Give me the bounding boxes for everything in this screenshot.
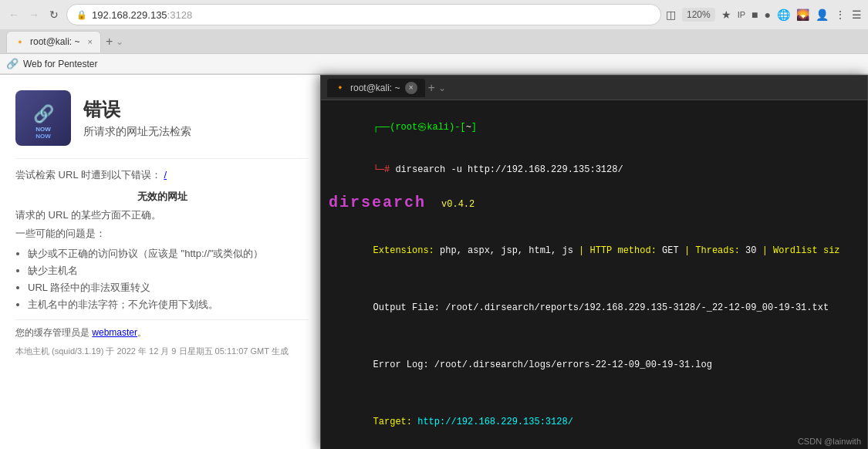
user-icon[interactable]: 👤 bbox=[816, 8, 829, 21]
bookmark-bar: 🔗 Web for Pentester bbox=[0, 54, 868, 74]
footer-meta: 本地主机 (squid/3.1.19) 于 2022 年 12 月 9 日星期五… bbox=[15, 346, 309, 357]
page-content: 🔗 NOW 错误 所请求的网址无法检索 尝试检索 URL 时遭到以下错误： / … bbox=[0, 75, 324, 449]
dirsearch-art-line: dirsearch v0.4.2 bbox=[329, 195, 860, 211]
terminal-blank-5 bbox=[329, 444, 860, 449]
terminal-blank-1 bbox=[329, 215, 860, 229]
dirsearch-version: v0.4.2 bbox=[441, 199, 475, 210]
csdn-watermark: CSDN @lainwith bbox=[798, 437, 861, 446]
terminal-extensions: Extensions: php, aspx, jsp, html, js | H… bbox=[329, 230, 860, 272]
tab-close-button[interactable]: × bbox=[88, 37, 93, 46]
terminal-body[interactable]: ┌──(root㉿kali)-[~] └─# dirsearch -u http… bbox=[321, 100, 867, 449]
lock-icon: 🔒 bbox=[76, 10, 87, 20]
extensions-icon[interactable]: ◫ bbox=[666, 8, 676, 21]
ext-sep2: | Threads: bbox=[679, 245, 745, 256]
dirsearch-art: dirsearch bbox=[329, 195, 426, 211]
issue-2: 缺少主机名 bbox=[28, 264, 309, 278]
issues-list: 缺少或不正确的访问协议（应该是 "http://"或类似的） 缺少主机名 URL… bbox=[28, 247, 309, 312]
refresh-button[interactable]: ↻ bbox=[46, 7, 62, 22]
terminal-window: 🔸 root@kali: ~ × + ⌄ ┌──(root㉿kali)-[~] … bbox=[320, 75, 868, 449]
section-title: 无效的网址 bbox=[15, 190, 309, 204]
footer-text: 您的缓存管理员是 webmaster。 bbox=[15, 319, 309, 339]
active-tab[interactable]: 🔸 root@kali: ~ × bbox=[6, 31, 101, 52]
prompt-bracket-close: )-[ bbox=[449, 122, 466, 133]
ip-label: IP bbox=[738, 10, 745, 19]
terminal-output-file: Output File: /root/.dirsearch/reports/19… bbox=[329, 287, 860, 329]
menu-icon[interactable]: ☰ bbox=[852, 8, 862, 21]
translate-icon[interactable]: 🌐 bbox=[777, 8, 790, 21]
browser-toolbar: ← → ↻ 🔒 192.168.229.135:3128 ◫ 120% ★ IP… bbox=[0, 0, 868, 29]
terminal-titlebar: 🔸 root@kali: ~ × + ⌄ bbox=[321, 76, 867, 100]
terminal-blank-4 bbox=[329, 387, 860, 400]
prompt-dir: ~ bbox=[466, 122, 471, 133]
webmaster-link[interactable]: webmaster bbox=[92, 327, 137, 338]
url-display: 192.168.229.135:3128 bbox=[92, 9, 192, 21]
main-area: 🔗 NOW 错误 所请求的网址无法检索 尝试检索 URL 时遭到以下错误： / … bbox=[0, 75, 868, 449]
tab-title: root@kali: ~ bbox=[30, 36, 80, 47]
target-value: http://192.168.229.135:3128/ bbox=[417, 417, 573, 427]
terminal-blank-3 bbox=[329, 329, 860, 343]
url-main: 192.168.229.135 bbox=[92, 9, 167, 21]
prompt-user: root㉿kali bbox=[395, 122, 449, 133]
more-icon[interactable]: ⋮ bbox=[835, 8, 846, 21]
issues-header: 一些可能的问题是： bbox=[15, 227, 309, 241]
shield-icon[interactable]: ■ bbox=[751, 8, 758, 21]
ext-threads: 30 bbox=[745, 245, 756, 256]
terminal-close-button[interactable]: × bbox=[405, 82, 417, 94]
terminal-tab[interactable]: 🔸 root@kali: ~ × bbox=[327, 79, 425, 97]
forward-button[interactable]: → bbox=[26, 7, 42, 22]
terminal-cmd-1: └─# dirsearch -u http://192.168.229.135:… bbox=[329, 149, 860, 191]
webmaster-suffix: 。 bbox=[137, 327, 147, 338]
back-button[interactable]: ← bbox=[6, 7, 22, 22]
terminal-new-tab-button[interactable]: + bbox=[428, 81, 435, 95]
terminal-prompt-1: ┌──(root㉿kali)-[~] bbox=[329, 106, 860, 148]
error-detail: 请求的 URL 的某些方面不正确。 bbox=[15, 208, 309, 222]
issue-1: 缺少或不正确的访问协议（应该是 "http://"或类似的） bbox=[28, 247, 309, 261]
color-icon[interactable]: 🌄 bbox=[796, 8, 809, 21]
terminal-tab-icon: 🔸 bbox=[335, 83, 346, 93]
error-header: 🔗 NOW 错误 所请求的网址无法检索 bbox=[15, 90, 309, 146]
ext-sep3: | Wordlist siz bbox=[757, 245, 840, 256]
error-desc: 尝试检索 URL 时遭到以下错误： / bbox=[15, 168, 309, 182]
bookmark-favicon: 🔗 bbox=[6, 58, 19, 69]
issue-4: 主机名中的非法字符；不允许使用下划线。 bbox=[28, 298, 309, 312]
ext-method: GET bbox=[662, 245, 679, 256]
terminal-chevron: ⌄ bbox=[438, 83, 446, 93]
error-subtitle: 所请求的网址无法检索 bbox=[83, 125, 191, 139]
terminal-blank-2 bbox=[329, 272, 860, 286]
error-title: 错误 bbox=[83, 97, 191, 122]
address-bar[interactable]: 🔒 192.168.229.135:3128 bbox=[66, 4, 661, 25]
terminal-target: Target: http://192.168.229.135:3128/ bbox=[329, 401, 860, 443]
zoom-indicator: 120% bbox=[682, 8, 715, 22]
divider-1 bbox=[15, 158, 309, 159]
outfile-label: Output File: /root/.dirsearch/reports/19… bbox=[373, 302, 829, 313]
browser-tabs: 🔸 root@kali: ~ × + ⌄ bbox=[0, 29, 868, 54]
terminal-tab-title: root@kali: ~ bbox=[350, 83, 400, 93]
ext-value: php, aspx, jsp, html, js bbox=[440, 245, 573, 256]
tab-chevron: ⌄ bbox=[116, 36, 123, 47]
prompt-arrow: └─# bbox=[373, 164, 396, 175]
toolbar-right-icons: ◫ 120% ★ IP ■ ● 🌐 🌄 👤 ⋮ ☰ bbox=[666, 8, 862, 22]
error-desc-text: 尝试检索 URL 时遭到以下错误： bbox=[15, 169, 161, 181]
ext-label: Extensions: bbox=[373, 245, 440, 256]
bookmark-pentester[interactable]: Web for Pentester bbox=[23, 59, 98, 69]
tab-favicon: 🔸 bbox=[15, 37, 25, 47]
issue-3: URL 路径中的非法双重转义 bbox=[28, 281, 309, 295]
url-port: :3128 bbox=[167, 9, 193, 21]
record-icon[interactable]: ● bbox=[765, 8, 771, 21]
prompt-bracket-open: ┌──( bbox=[373, 122, 396, 133]
browser-chrome: ← → ↻ 🔒 192.168.229.135:3128 ◫ 120% ★ IP… bbox=[0, 0, 868, 75]
target-label: Target: bbox=[373, 417, 418, 427]
errlog-label: Error Log: /root/.dirsearch/logs/errors-… bbox=[373, 360, 712, 370]
webmaster-prefix: 您的缓存管理员是 bbox=[15, 327, 92, 338]
error-title-block: 错误 所请求的网址无法检索 bbox=[83, 97, 191, 139]
bookmark-icon[interactable]: ★ bbox=[721, 8, 731, 21]
cmd-text: dirsearch -u http://192.168.229.135:3128… bbox=[395, 164, 623, 175]
ext-sep1: | HTTP method: bbox=[573, 245, 662, 256]
error-icon: 🔗 NOW bbox=[15, 90, 71, 146]
terminal-error-log: Error Log: /root/.dirsearch/logs/errors-… bbox=[329, 344, 860, 386]
error-link[interactable]: / bbox=[164, 169, 167, 181]
prompt-end: ] bbox=[471, 122, 477, 133]
new-tab-button[interactable]: + bbox=[106, 35, 113, 49]
